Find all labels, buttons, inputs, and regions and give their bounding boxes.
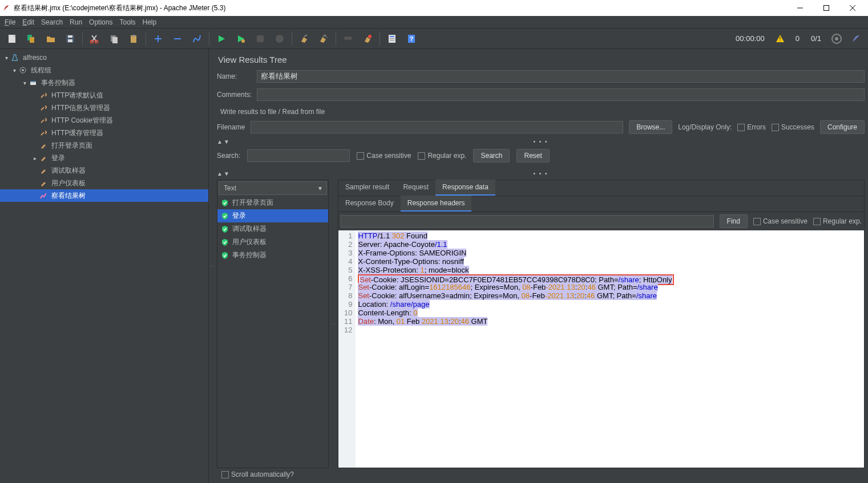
browse-button[interactable]: Browse... xyxy=(629,120,672,134)
tree-label: HTTP缓存管理器 xyxy=(51,128,103,138)
tree-node-cache-manager[interactable]: HTTP缓存管理器 xyxy=(0,127,208,139)
collapser-icon[interactable]: ▲▼ xyxy=(217,171,231,177)
gear-icon xyxy=(18,66,27,75)
errors-checkbox[interactable]: Errors xyxy=(737,123,766,131)
clear-button[interactable] xyxy=(296,31,312,47)
search-label: Search: xyxy=(217,152,240,160)
tree-node-login[interactable]: ▸ 登录 xyxy=(0,152,208,164)
search-tree-button[interactable] xyxy=(340,31,356,47)
tab-response-data[interactable]: Response data xyxy=(435,180,495,196)
toggle-button[interactable] xyxy=(189,31,205,47)
tab-response-headers[interactable]: Response headers xyxy=(401,196,472,212)
grip-icon[interactable]: • • • xyxy=(533,171,548,177)
successes-checkbox[interactable]: Successes xyxy=(772,123,814,131)
tree-toggle[interactable]: ▾ xyxy=(11,67,17,74)
menu-search[interactable]: Search xyxy=(38,17,66,27)
tree-toggle[interactable]: ▾ xyxy=(22,80,27,86)
menu-help[interactable]: Help xyxy=(139,17,160,27)
tree-node-debug-sampler[interactable]: 调试取样器 xyxy=(0,164,208,177)
pipette-icon xyxy=(39,141,48,150)
tree-node-cookie-manager[interactable]: HTTP Cookie管理器 xyxy=(0,114,208,127)
find-regex-checkbox[interactable]: Regular exp. xyxy=(813,217,862,225)
sampler-item[interactable]: 打开登录页面 xyxy=(217,196,328,209)
comments-input[interactable] xyxy=(257,88,865,101)
tree-node-http-defaults[interactable]: HTTP请求默认值 xyxy=(0,89,208,102)
shutdown-button[interactable] xyxy=(272,31,288,47)
menu-run[interactable]: Run xyxy=(66,17,86,27)
search-input[interactable] xyxy=(247,149,350,162)
flask-icon xyxy=(10,53,19,62)
start-no-pause-button[interactable] xyxy=(233,31,249,47)
function-helper-button[interactable] xyxy=(384,31,400,47)
tab-request[interactable]: Request xyxy=(396,180,435,196)
find-button[interactable]: Find xyxy=(720,214,748,228)
tree-node-open-login[interactable]: 打开登录页面 xyxy=(0,139,208,152)
tree-node-results-tree[interactable]: 察看结果树 xyxy=(0,189,208,202)
renderer-combo[interactable]: Text ▾ xyxy=(219,181,327,195)
open-button[interactable] xyxy=(43,31,59,47)
success-shield-icon xyxy=(221,251,229,259)
comments-label: Comments: xyxy=(217,91,257,99)
test-plan-tree[interactable]: ▾ alfresco ▾ 线程组 ▾ 事务控制器 HTTP请求默认值 xyxy=(0,49,209,483)
sampler-item[interactable]: 用户仪表板 xyxy=(217,236,328,249)
save-button[interactable] xyxy=(62,31,78,47)
svg-text:?: ? xyxy=(410,35,414,42)
tree-node-threadgroup[interactable]: ▾ 线程组 xyxy=(0,64,208,76)
success-shield-icon xyxy=(221,225,229,233)
tab-sampler-result[interactable]: Sampler result xyxy=(338,180,396,196)
reset-search-button[interactable] xyxy=(360,31,376,47)
grip-icon[interactable]: • • • xyxy=(533,139,548,145)
tab-response-body[interactable]: Response Body xyxy=(338,196,401,212)
sampler-item[interactable]: 登录 xyxy=(217,209,328,222)
collapser-icon[interactable]: ▲▼ xyxy=(217,139,231,145)
menu-options[interactable]: Options xyxy=(86,17,116,27)
start-button[interactable] xyxy=(213,31,229,47)
paste-button[interactable] xyxy=(126,31,142,47)
svg-rect-8 xyxy=(68,39,72,42)
stop-button[interactable] xyxy=(252,31,268,47)
tree-label: 事务控制器 xyxy=(41,78,75,88)
case-sensitive-checkbox[interactable]: Case sensitive xyxy=(357,152,411,160)
reset-button[interactable]: Reset xyxy=(516,149,549,163)
find-input[interactable] xyxy=(341,215,714,228)
name-input[interactable] xyxy=(257,70,865,83)
response-text-area[interactable]: 123456789101112 HTTP/1.1 302 FoundServer… xyxy=(338,230,864,468)
scroll-auto-checkbox[interactable]: Scroll automatically? xyxy=(221,470,294,478)
cut-button[interactable] xyxy=(87,31,103,47)
copy-button[interactable] xyxy=(106,31,122,47)
minimize-button[interactable] xyxy=(787,0,813,16)
search-button[interactable]: Search xyxy=(473,149,510,163)
find-case-checkbox[interactable]: Case sensitive xyxy=(753,217,808,225)
tree-toggle[interactable]: ▸ xyxy=(32,155,38,161)
sampler-list[interactable]: 打开登录页面登录调试取样器用户仪表板事务控制器 xyxy=(217,196,328,468)
sampler-item[interactable]: 事务控制器 xyxy=(217,249,328,262)
new-button[interactable] xyxy=(4,31,20,47)
menu-edit[interactable]: Edit xyxy=(19,17,38,27)
wrench-icon xyxy=(39,91,48,100)
tree-node-header-manager[interactable]: HTTP信息头管理器 xyxy=(0,102,208,114)
svg-rect-15 xyxy=(112,37,118,43)
wrench-icon xyxy=(39,128,48,137)
help-button[interactable]: ? xyxy=(403,31,419,47)
expand-button[interactable] xyxy=(150,31,166,47)
templates-button[interactable] xyxy=(23,31,39,47)
sampler-item[interactable]: 调试取样器 xyxy=(217,222,328,236)
maximize-button[interactable] xyxy=(813,0,839,16)
warning-icon[interactable]: ! xyxy=(772,31,788,47)
tree-toggle[interactable]: ▾ xyxy=(3,55,9,61)
threads-icon[interactable] xyxy=(829,31,845,47)
splitter[interactable]: ⋮ xyxy=(209,49,213,483)
clear-all-button[interactable] xyxy=(316,31,332,47)
wrench-icon xyxy=(39,103,48,112)
menu-tools[interactable]: Tools xyxy=(116,17,139,27)
tree-node-testplan[interactable]: ▾ alfresco xyxy=(0,51,208,64)
configure-button[interactable]: Configure xyxy=(820,120,865,134)
filename-input[interactable] xyxy=(251,121,623,133)
splitter[interactable]: ⋮ xyxy=(331,180,336,468)
menu-file[interactable]: File xyxy=(1,17,19,27)
collapse-button[interactable] xyxy=(169,31,185,47)
tree-node-dashboard[interactable]: 用户仪表板 xyxy=(0,177,208,189)
close-button[interactable] xyxy=(839,0,866,16)
tree-node-controller[interactable]: ▾ 事务控制器 xyxy=(0,76,208,89)
regex-checkbox[interactable]: Regular exp. xyxy=(418,152,466,160)
